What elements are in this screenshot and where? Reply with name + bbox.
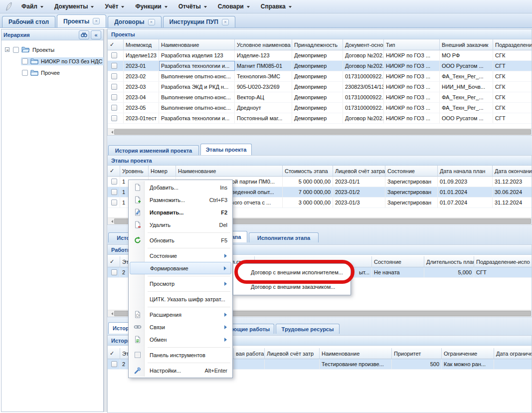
column-header-7[interactable]: Внешний заказчик: [440, 39, 493, 50]
context-menu-item-15[interactable]: Связи: [130, 321, 231, 333]
context-menu-item-3[interactable]: УдалитьDel: [130, 218, 231, 231]
column-header-4[interactable]: Принадлежность: [292, 39, 343, 50]
table-cell[interactable]: Договор №202...: [343, 113, 384, 123]
table-cell[interactable]: Демопример: [292, 61, 343, 71]
row-checkbox[interactable]: [111, 269, 117, 275]
table-cell[interactable]: 2023-01/1: [333, 177, 385, 187]
menubar-item-2[interactable]: Учёт: [99, 0, 130, 13]
row-checkbox[interactable]: [111, 52, 117, 58]
context-menu-item-2[interactable]: Исправить...F2: [130, 206, 231, 218]
table-cell[interactable]: Технология-ЭМС: [235, 71, 292, 81]
table-cell[interactable]: [108, 359, 120, 369]
tree-item-0[interactable]: Проекты: [1, 44, 103, 55]
context-menu-item-18[interactable]: Панель инструментов: [130, 349, 231, 361]
column-header-3[interactable]: Условное наименова: [235, 39, 292, 50]
column-header-0[interactable]: ✓: [108, 39, 124, 50]
table-cell[interactable]: Разработка технологии и...: [159, 61, 235, 71]
table-cell[interactable]: 3 000 000,00: [283, 198, 333, 207]
table-cell[interactable]: [108, 103, 124, 113]
table-cell[interactable]: Зарегистрирован: [385, 187, 438, 197]
row-checkbox[interactable]: [111, 63, 117, 69]
row-checkbox[interactable]: [111, 84, 117, 90]
table-cell[interactable]: 2023-01/2: [333, 187, 385, 197]
tree-expander-icon[interactable]: [5, 47, 9, 52]
tab-0[interactable]: Рабочий стол: [2, 16, 55, 27]
column-header-6[interactable]: Длительность план▼: [424, 256, 474, 267]
collapse-sidebar-button[interactable]: «: [91, 30, 101, 39]
context-menu-item-16[interactable]: Обмен: [130, 333, 231, 346]
column-header-7[interactable]: Ограничение: [442, 348, 494, 359]
tree-checkbox[interactable]: [22, 70, 28, 76]
table-cell[interactable]: НИОКР по ГОЗ ...: [384, 71, 440, 81]
table-cell[interactable]: Выполнение опытно-конс...: [159, 71, 235, 81]
table-cell[interactable]: [108, 267, 120, 277]
table-cell[interactable]: Демопример: [292, 71, 343, 81]
column-header-6[interactable]: Тип: [384, 39, 440, 50]
tab-3[interactable]: Инструкции ПУП×: [163, 16, 235, 27]
table-cell[interactable]: 2023-05: [124, 103, 159, 113]
table-cell[interactable]: Разработка изделия 123: [159, 50, 235, 60]
table-cell[interactable]: Изделие-123: [235, 50, 292, 60]
context-menu-item-10[interactable]: Просмотр: [130, 277, 231, 290]
scrollbar-thumb[interactable]: [114, 129, 531, 135]
table-cell[interactable]: [108, 82, 124, 92]
scroll-left-arrow-icon[interactable]: [108, 129, 114, 135]
table-cell[interactable]: [494, 359, 532, 369]
column-header-1[interactable]: Мнемокод: [124, 39, 159, 50]
table-cell[interactable]: Договор №202...: [343, 50, 384, 60]
table-cell[interactable]: [265, 359, 320, 369]
column-header-4[interactable]: Стоимость этапа: [283, 166, 333, 177]
row-checkbox[interactable]: [111, 200, 117, 206]
table-cell[interactable]: СГТ: [493, 61, 532, 71]
table-cell[interactable]: СГТ: [493, 113, 532, 123]
menubar-item-0[interactable]: Файл: [16, 0, 49, 13]
table-cell[interactable]: СГК: [493, 71, 532, 81]
table-cell[interactable]: Зарегистрирован: [385, 198, 438, 207]
table-cell[interactable]: НИОКР по ГОЗ ...: [384, 50, 440, 60]
context-menu-item-0[interactable]: Добавить...Ins: [130, 181, 231, 194]
table-cell[interactable]: Как можно ран...: [442, 359, 494, 369]
table-row-0[interactable]: Изделие123Разработка изделия 123Изделие-…: [108, 50, 532, 61]
table-cell[interactable]: 2023-03: [124, 82, 159, 92]
row-checkbox[interactable]: [111, 115, 117, 121]
table-cell[interactable]: СГТ: [474, 267, 532, 277]
table-cell[interactable]: Договор №202...: [343, 61, 384, 71]
table-cell[interactable]: [108, 187, 120, 197]
tree-checkbox[interactable]: [13, 47, 19, 53]
table-cell[interactable]: 31.12.2024: [493, 198, 532, 207]
table-row-2[interactable]: 2023-02Выполнение опытно-конс...Технолог…: [108, 71, 532, 82]
table-cell[interactable]: 017310000922...: [343, 92, 384, 102]
table-cell[interactable]: [108, 61, 124, 71]
table-cell[interactable]: ФА_Техн_Рег_...: [440, 92, 493, 102]
column-header-3[interactable]: Наименование: [176, 166, 283, 177]
table-cell[interactable]: Вектор-АЦ: [235, 92, 292, 102]
column-header-8[interactable]: Дата окончани: [493, 166, 532, 177]
table-cell[interactable]: СГК: [493, 50, 532, 60]
table-cell[interactable]: Разработка технологии и...: [159, 113, 235, 123]
table-cell[interactable]: Тестирование произве...: [320, 359, 392, 369]
menubar-item-6[interactable]: Справка: [255, 0, 297, 13]
table-cell[interactable]: 2023-04: [124, 92, 159, 102]
table-cell[interactable]: ФА_Техн_Рег_...: [440, 103, 493, 113]
table-cell[interactable]: 30.06.2024: [493, 187, 532, 197]
row-checkbox[interactable]: [111, 105, 117, 111]
table-cell[interactable]: 2023-01/3: [333, 198, 385, 207]
row-checkbox[interactable]: [111, 179, 117, 185]
scroll-left-arrow-icon[interactable]: [108, 218, 114, 224]
horizontal-scrollbar[interactable]: [108, 128, 532, 135]
context-menu-item-1[interactable]: Размножить...Ctrl+F3: [130, 194, 231, 206]
column-header-8[interactable]: Дата ограничени: [494, 348, 532, 359]
row-checkbox[interactable]: [111, 73, 117, 79]
column-header-1[interactable]: Уровень: [120, 166, 149, 177]
context-menu-item-8[interactable]: Формирование: [130, 262, 231, 274]
tab-0[interactable]: История изменений проекта: [108, 145, 199, 155]
tab-1[interactable]: Проекты×: [57, 14, 106, 27]
table-cell[interactable]: ООО Русатом ...: [440, 113, 493, 123]
table-cell[interactable]: Демопример: [292, 103, 343, 113]
tab-2[interactable]: Договоры×: [108, 16, 161, 27]
table-cell[interactable]: [108, 71, 124, 81]
table-row-5[interactable]: 2023-05Выполнение опытно-конс...Дредноут…: [108, 103, 532, 113]
column-header-2[interactable]: Наименование: [159, 39, 235, 50]
table-cell[interactable]: 500: [392, 359, 442, 369]
column-header-2[interactable]: Номер: [149, 166, 176, 177]
